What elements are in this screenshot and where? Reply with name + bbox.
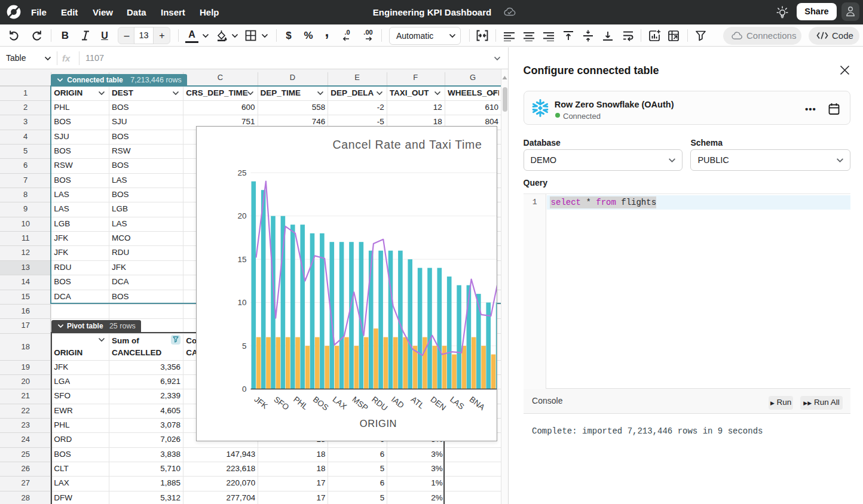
svg-text:15: 15 [237,255,246,264]
svg-text:10: 10 [237,298,246,307]
svg-text:LAS: LAS [448,395,466,411]
svg-text:PHL: PHL [292,395,310,411]
svg-text:DEN: DEN [429,395,448,412]
svg-text:.00: .00 [363,29,372,36]
svg-text:20: 20 [237,211,246,220]
svg-text:BNA: BNA [468,395,486,412]
svg-text:MSP: MSP [350,395,369,413]
svg-text:BOS: BOS [311,395,330,412]
svg-text:IAD: IAD [390,395,406,410]
svg-text:0: 0 [242,385,247,394]
svg-text:RDU: RDU [370,395,389,413]
svg-text:LAX: LAX [331,395,348,411]
svg-text:5: 5 [242,342,247,351]
svg-text:JFK: JFK [253,395,270,411]
svg-text:25: 25 [237,168,246,177]
svg-text:ATL: ATL [409,395,426,411]
svg-text:.0: .0 [344,29,350,36]
svg-text:ORIGIN: ORIGIN [360,418,397,429]
svg-text:Cancel Rate and Taxi Time: Cancel Rate and Taxi Time [332,138,482,151]
svg-text:SFO: SFO [272,395,290,412]
